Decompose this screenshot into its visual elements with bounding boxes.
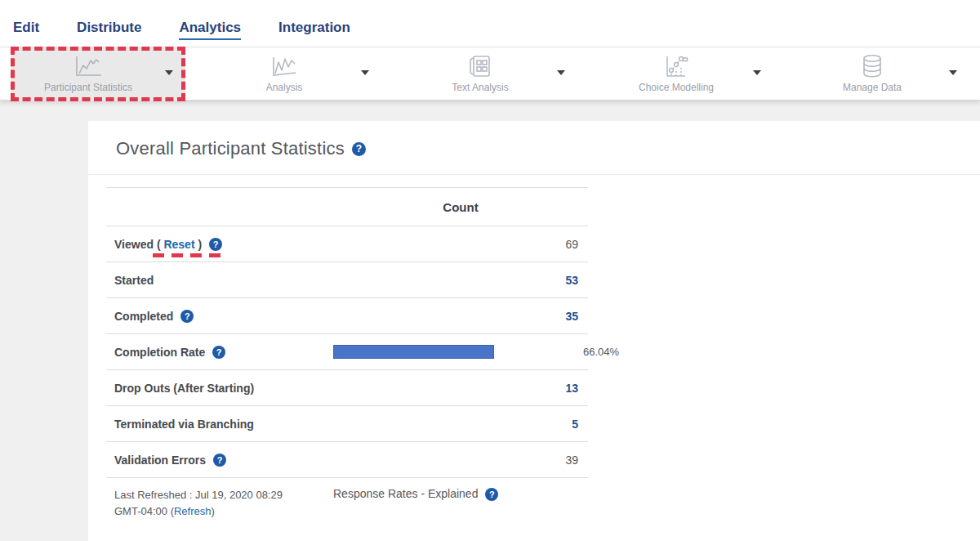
toolbar-item-content: Choice Modelling xyxy=(611,53,742,93)
line-chart-icon xyxy=(69,53,107,79)
last-refreshed-text: Last Refreshed : Jul 19, 2020 08:29 GMT-… xyxy=(106,487,333,520)
toolbar-item-content: Text Analysis xyxy=(415,53,546,93)
nav-item-analytics[interactable]: Analytics xyxy=(179,20,241,40)
toolbar-item-label: Participant Statistics xyxy=(44,82,132,93)
table-row-viewed: Viewed ( Reset ) 69 xyxy=(106,226,588,262)
nav-item-edit[interactable]: Edit xyxy=(13,20,39,40)
toolbar-cell: Analysis xyxy=(196,47,392,100)
analytics-toolbar: Participant Statistics Analysis xyxy=(0,47,980,101)
chevron-down-icon[interactable] xyxy=(165,70,173,75)
table-row-completed: Completed 35 xyxy=(106,298,588,334)
toolbar-cell: Text Analysis xyxy=(392,47,588,100)
count-value: 39 xyxy=(333,454,588,467)
row-label: Completion Rate xyxy=(106,346,333,359)
toolbar-cell: Participant Statistics xyxy=(0,47,196,100)
table-header-row: Count xyxy=(106,188,588,226)
row-label: Drop Outs (After Starting) xyxy=(106,382,333,395)
toolbar-item-content: Manage Data xyxy=(807,53,938,93)
last-refreshed-line2: GMT-04:00 ( xyxy=(114,505,174,517)
chevron-down-icon[interactable] xyxy=(361,70,369,75)
page-background: Overall Participant Statistics Count Vie… xyxy=(0,101,980,541)
chevron-down-icon[interactable] xyxy=(753,70,761,75)
toolbar-item-participant-statistics[interactable]: Participant Statistics xyxy=(11,47,185,101)
count-value: 13 xyxy=(333,382,588,395)
toolbar-cell: Manage Data xyxy=(784,47,980,100)
refresh-link[interactable]: Refresh xyxy=(174,505,212,517)
toolbar-item-text-analysis[interactable]: Text Analysis xyxy=(403,47,577,101)
chevron-down-icon[interactable] xyxy=(949,70,957,75)
table-footer: Last Refreshed : Jul 19, 2020 08:29 GMT-… xyxy=(106,478,588,520)
reset-link[interactable]: Reset xyxy=(163,238,194,251)
response-rates-label: Response Rates - Explained xyxy=(333,487,478,500)
completion-rate-bar-track xyxy=(333,345,577,359)
help-icon[interactable] xyxy=(485,488,498,501)
completion-rate-bar-fill xyxy=(333,345,494,359)
toolbar-item-manage-data[interactable]: Manage Data xyxy=(795,47,969,101)
stats-table: Count Viewed ( Reset ) 69 Started 53 Com… xyxy=(106,187,588,478)
last-refreshed-line2-suffix: ) xyxy=(212,505,215,517)
top-navigation: Edit Distribute Analytics Integration xyxy=(0,0,980,47)
nav-item-integration[interactable]: Integration xyxy=(278,20,350,40)
count-value: 53 xyxy=(333,274,588,287)
table-row-drop-outs: Drop Outs (After Starting) 13 xyxy=(106,370,588,406)
row-label-text: ) xyxy=(198,238,202,251)
count-column-header: Count xyxy=(333,200,588,214)
last-refreshed-line1: Last Refreshed : Jul 19, 2020 08:29 xyxy=(114,489,283,501)
database-icon xyxy=(853,53,891,79)
row-label: Terminated via Branching xyxy=(106,418,333,431)
table-row-validation-errors: Validation Errors 39 xyxy=(106,442,588,478)
zigzag-chart-icon xyxy=(265,53,303,79)
page-title: Overall Participant Statistics xyxy=(116,138,345,159)
completion-rate-bar: 66.04% xyxy=(333,345,619,359)
toolbar-item-label: Choice Modelling xyxy=(639,82,714,93)
completion-rate-percent: 66.04% xyxy=(583,346,619,358)
help-icon[interactable] xyxy=(212,346,225,359)
count-value: 35 xyxy=(333,310,588,323)
row-label-text: Validation Errors xyxy=(114,454,206,467)
count-value: 5 xyxy=(333,418,588,431)
annotation-underline xyxy=(153,253,221,257)
row-label-text: Viewed ( xyxy=(114,238,161,251)
row-label-text: Completed xyxy=(114,310,173,323)
scatter-steps-icon xyxy=(657,53,695,79)
help-icon[interactable] xyxy=(180,310,194,323)
participant-statistics-card: Overall Participant Statistics Count Vie… xyxy=(88,121,980,541)
table-row-terminated: Terminated via Branching 5 xyxy=(106,406,588,442)
nav-item-distribute[interactable]: Distribute xyxy=(77,20,141,40)
row-label-text: Completion Rate xyxy=(114,346,205,359)
chevron-down-icon[interactable] xyxy=(557,70,565,75)
row-label: Completed xyxy=(106,310,333,323)
toolbar-item-choice-modelling[interactable]: Choice Modelling xyxy=(599,47,773,101)
toolbar-item-content: Analysis xyxy=(219,53,350,93)
help-icon[interactable] xyxy=(213,454,226,467)
count-value: 69 xyxy=(333,238,588,251)
toolbar-cell: Choice Modelling xyxy=(588,47,784,100)
document-grid-icon xyxy=(461,53,499,79)
toolbar-item-label: Analysis xyxy=(266,82,303,93)
row-label: Started xyxy=(106,274,333,287)
row-label: Viewed ( Reset ) xyxy=(106,238,333,251)
toolbar-item-label: Text Analysis xyxy=(452,82,508,93)
title-section: Overall Participant Statistics xyxy=(88,121,980,175)
toolbar-item-analysis[interactable]: Analysis xyxy=(207,47,381,101)
toolbar-item-label: Manage Data xyxy=(843,82,902,93)
row-label: Validation Errors xyxy=(106,454,333,467)
help-icon[interactable] xyxy=(352,142,366,156)
toolbar-item-content: Participant Statistics xyxy=(23,53,154,93)
table-row-completion-rate: Completion Rate 66.04% xyxy=(106,334,588,370)
response-rates-explained: Response Rates - Explained xyxy=(333,487,588,520)
table-row-started: Started 53 xyxy=(106,262,588,298)
help-icon[interactable] xyxy=(209,238,222,251)
